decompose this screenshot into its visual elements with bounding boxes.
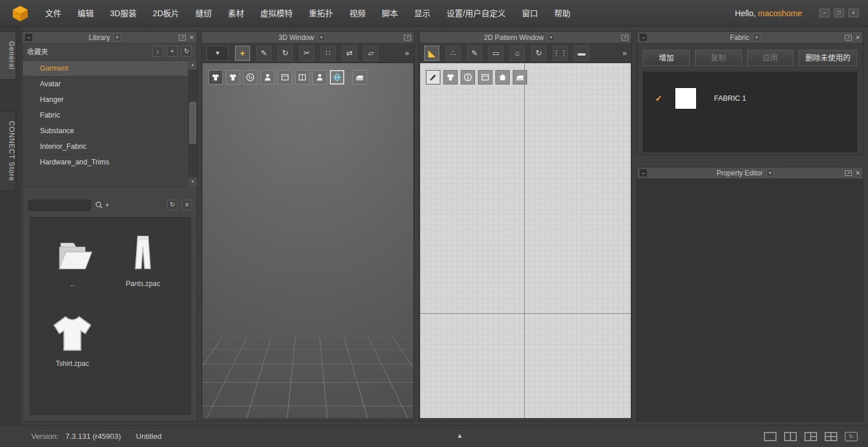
seam-allowance-tool-button[interactable]: ▬ <box>574 46 589 61</box>
transform-pattern-tool-button[interactable]: ◣ <box>424 46 439 61</box>
fabric-list-item[interactable]: ✓ FABRIC 1 <box>643 72 856 109</box>
show-seam-toggle[interactable] <box>295 70 310 85</box>
popout-icon[interactable]: ↗ <box>845 170 852 176</box>
popout-icon[interactable]: ↗ <box>404 35 411 41</box>
menu-edit[interactable]: 编辑 <box>69 1 102 26</box>
trace-tool-button[interactable]: ⌂ <box>510 46 525 61</box>
menu-avatar[interactable]: 虚拟模特 <box>252 1 301 26</box>
menu-3d-garment[interactable]: 3D服装 <box>102 1 145 26</box>
reset-layout-button[interactable]: ↻ <box>845 432 858 441</box>
library-item-interior-fabric[interactable]: Interior_Fabric <box>23 139 188 155</box>
close-panel-icon[interactable]: × <box>189 34 194 41</box>
edit-pattern-tool-button[interactable]: ∴ <box>446 46 461 61</box>
grading-tool-button[interactable]: ⋮⋮ <box>553 46 568 61</box>
show-garment-2d-toggle[interactable] <box>443 70 458 85</box>
list-view-button[interactable]: ≡ <box>182 200 192 210</box>
scroll-down-icon[interactable]: ▼ <box>189 178 197 186</box>
popout-icon[interactable]: ↗ <box>845 35 852 41</box>
popout-icon[interactable]: ↗ <box>621 35 628 41</box>
menu-settings-custom[interactable]: 设置/用户自定义 <box>439 1 514 26</box>
menu-retopology[interactable]: 重拓扑 <box>301 1 341 26</box>
show-environment-toggle[interactable] <box>330 70 344 85</box>
rotate-pattern-tool-button[interactable]: ↻ <box>531 46 546 61</box>
copy-fabric-button[interactable]: 复制 <box>695 50 742 66</box>
scrollbar-track[interactable] <box>189 69 197 178</box>
search-input[interactable] <box>28 200 91 211</box>
statusbar-expand-arrow[interactable]: ▲ <box>457 432 463 439</box>
toolbar-overflow-button[interactable]: » <box>405 49 409 57</box>
arrange-toggle[interactable] <box>495 70 510 85</box>
refresh-favorites-button[interactable]: ↻ <box>181 46 192 57</box>
thickness-toggle[interactable] <box>208 70 223 85</box>
show-avatar-toggle[interactable] <box>260 70 275 85</box>
dock-arrow-icon[interactable]: → <box>24 33 33 42</box>
arrange-garment-tool-button[interactable]: ↻ <box>278 46 293 61</box>
sewing-tool-button[interactable]: ✂ <box>299 46 314 61</box>
stylus-pen-toggle[interactable] <box>426 70 440 85</box>
panel-dropdown-caret-icon[interactable]: ▾ <box>318 34 325 41</box>
show-avatar-info-toggle[interactable] <box>312 70 327 85</box>
layout-four-pane-button[interactable] <box>825 432 837 441</box>
menu-sewing[interactable]: 缝纫 <box>187 1 220 26</box>
library-item-hardware-trims[interactable]: Hardware_and_Trims <box>23 155 188 170</box>
texture-surface-toggle[interactable] <box>243 70 258 85</box>
show-garment-toggle[interactable] <box>226 70 240 85</box>
panel-dropdown-caret-icon[interactable]: ▾ <box>753 34 760 41</box>
add-fabric-button[interactable]: 增加 <box>643 50 690 66</box>
search-filter-caret-icon[interactable]: ▾ <box>106 202 109 208</box>
import-favorites-button[interactable]: ↓ <box>152 46 163 57</box>
refresh-library-button[interactable]: ↻ <box>167 200 178 210</box>
scroll-up-icon[interactable]: ▲ <box>189 61 197 69</box>
layout-three-pane-button[interactable] <box>804 432 817 441</box>
maximize-button[interactable]: □ <box>834 9 844 17</box>
pattern-info-toggle[interactable] <box>461 70 475 85</box>
show-base-pattern-toggle[interactable] <box>478 70 492 85</box>
menu-help[interactable]: 帮助 <box>546 1 579 26</box>
panel-dropdown-caret-icon[interactable]: ▾ <box>766 169 774 177</box>
toolbar-overflow-button[interactable]: » <box>623 49 627 57</box>
steam-tool[interactable] <box>513 70 527 85</box>
add-favorites-button[interactable]: + <box>167 46 178 57</box>
edit-curve-tool-button[interactable]: ✎ <box>467 46 482 61</box>
scrollbar-thumb[interactable] <box>189 102 196 144</box>
menu-window[interactable]: 窗口 <box>514 1 546 26</box>
delete-unused-fabric-button[interactable]: 删除未使用的 <box>799 50 857 66</box>
menu-display[interactable]: 显示 <box>406 1 439 26</box>
panel-dropdown-caret-icon[interactable]: ▾ <box>547 34 555 41</box>
move-gizmo-tool-button[interactable]: + <box>235 46 250 61</box>
show-pattern-toggle[interactable] <box>278 70 292 85</box>
layout-single-button[interactable] <box>764 432 777 441</box>
file-item-tshirt[interactable]: Tshirt.zpac <box>37 307 108 387</box>
edit-curvature-tool-button[interactable]: ✎ <box>256 46 271 61</box>
library-item-avatar[interactable]: Avatar <box>23 76 188 92</box>
layout-two-pane-button[interactable] <box>784 432 797 441</box>
library-item-fabric[interactable]: Fabric <box>23 108 188 123</box>
tab-general[interactable]: General <box>0 31 16 80</box>
3d-viewport-canvas[interactable] <box>203 63 413 418</box>
file-item-parent-folder[interactable]: .. <box>37 227 108 307</box>
apply-fabric-button[interactable]: 应用 <box>747 50 794 66</box>
library-scrollbar[interactable]: ▲ ▼ <box>188 61 197 186</box>
pin-tool-button[interactable]: ∷ <box>321 46 336 61</box>
menu-video[interactable]: 视频 <box>341 1 374 26</box>
close-panel-icon[interactable]: × <box>855 170 860 177</box>
menu-material[interactable]: 素材 <box>220 1 252 26</box>
menu-2d-pattern[interactable]: 2D板片 <box>145 1 187 26</box>
simulate-dropdown-button[interactable]: ▼ <box>207 46 229 61</box>
fold-arrange-tool-button[interactable]: ▱ <box>363 46 378 61</box>
library-item-substance[interactable]: Substance <box>23 123 188 139</box>
dock-arrow-icon[interactable]: → <box>639 168 648 177</box>
flip-tool-button[interactable]: ⇄ <box>342 46 357 61</box>
close-window-button[interactable]: × <box>848 9 859 17</box>
dock-arrow-icon[interactable]: → <box>639 33 648 42</box>
close-panel-icon[interactable]: × <box>855 34 860 41</box>
minimize-button[interactable]: – <box>819 9 830 17</box>
menu-file[interactable]: 文件 <box>37 1 69 26</box>
popout-icon[interactable]: ↗ <box>179 35 186 41</box>
file-item-pants[interactable]: Pants.zpac <box>108 227 178 307</box>
tab-connect-store[interactable]: CONNECT Store <box>0 111 16 191</box>
panel-dropdown-caret-icon[interactable]: ▾ <box>113 34 121 41</box>
library-item-garment[interactable]: Garment <box>23 61 188 76</box>
fabric-swatch[interactable] <box>675 87 697 109</box>
add-pattern-tool-button[interactable]: ▭ <box>488 46 503 61</box>
